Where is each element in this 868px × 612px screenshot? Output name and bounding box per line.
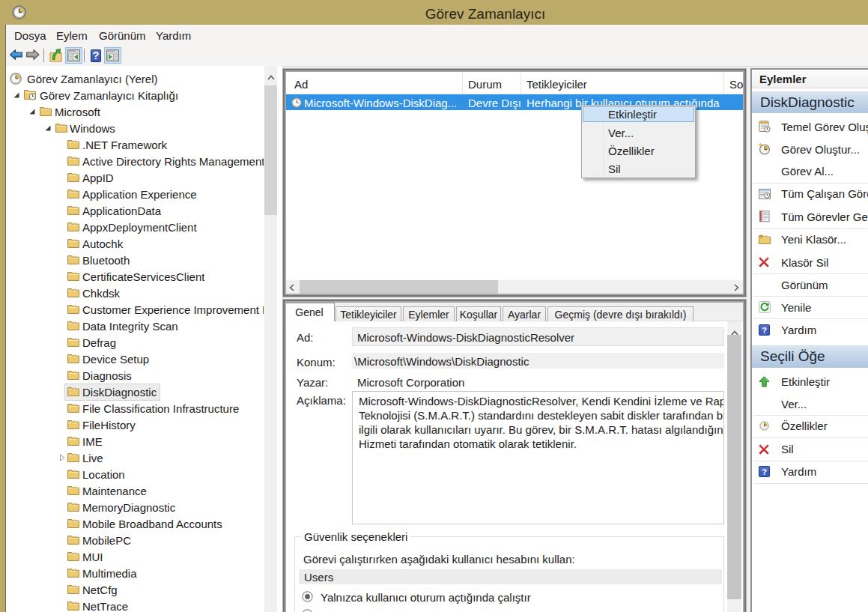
svg-text:?: ? <box>93 49 100 61</box>
svg-text:?: ? <box>762 467 767 476</box>
svg-text:?: ? <box>762 326 767 335</box>
